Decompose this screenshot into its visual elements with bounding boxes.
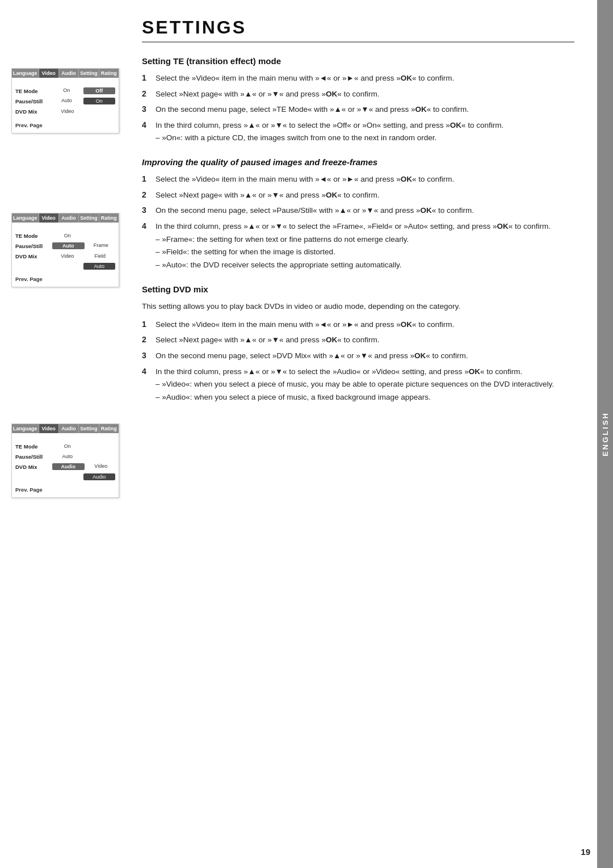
pause-auto-3: Auto (52, 454, 83, 459)
header-audio-2: Audio (59, 213, 79, 223)
dvd-label-2: DVD Mix (15, 253, 52, 259)
te-mode-label-1: TE Mode (15, 88, 52, 94)
section-2-list: 1 Select the »Video« item in the main me… (142, 174, 574, 271)
dvd-video-2: Video (52, 253, 83, 259)
pause-empty-3 (85, 454, 116, 459)
section-3-list: 1 Select the »Video« item in the main me… (142, 319, 574, 403)
dvd-cols-2: Video Field (52, 253, 115, 259)
extra-cols-2: Auto (52, 263, 115, 270)
header-rating-1: Rating (99, 69, 119, 78)
pause-cols-3: Auto (52, 454, 115, 459)
menu-row-extra-3: Audio (12, 472, 119, 482)
menu-body-3: TE Mode On Pause/Still Auto DVD Mix (12, 433, 119, 497)
te-off-1: Off (83, 87, 116, 94)
main-content: SETTINGS Setting TE (transition effect) … (131, 0, 597, 868)
menu-body-1: TE Mode On Off Pause/Still Auto On DVD M… (12, 78, 119, 133)
extra-cols-3: Audio (52, 473, 115, 480)
pause-label-1: Pause/Still (15, 98, 52, 104)
english-label: ENGLISH (601, 412, 610, 456)
extra-auto-2: Auto (83, 263, 116, 270)
pause-auto-1: Auto (52, 98, 81, 104)
extra-empty-2 (52, 263, 81, 270)
menu-row-dvd-3: DVD Mix Audio Video (12, 462, 119, 472)
header-video-1: Video (39, 69, 59, 78)
step-text-1-4: In the third column, press »▲« or »▼« to… (156, 120, 503, 144)
step-num-1-1: 1 (142, 73, 152, 84)
te-mode-label-3: TE Mode (15, 443, 52, 450)
step-text-2-2: Select »Next page« with »▲« or »▼« and p… (156, 190, 379, 201)
pause-cols-1: Auto On (52, 98, 115, 104)
dvd-field-2: Field (85, 253, 116, 259)
step-1-4: 4 In the third column, press »▲« or »▼« … (142, 120, 574, 144)
step-text-2-3: On the second menu page, select »Pause/S… (156, 205, 474, 216)
step-1-3: 3 On the second menu page, select »TE Mo… (142, 104, 574, 115)
menu-header-3: Language Video Audio Setting Rating (12, 424, 119, 433)
step-num-1-4: 4 (142, 120, 152, 144)
step-2-3: 3 On the second menu page, select »Pause… (142, 205, 574, 216)
step-1-2: 2 Select »Next page« with »▲« or »▼« and… (142, 89, 574, 100)
te-empty-3 (85, 443, 116, 449)
step-text-2-4: In the third column, press »▲« or »▼« to… (156, 221, 551, 271)
step-3-1: 1 Select the »Video« item in the main me… (142, 319, 574, 330)
te-on-1: On (52, 87, 81, 94)
step-1-1: 1 Select the »Video« item in the main me… (142, 73, 574, 84)
step-text-2-1: Select the »Video« item in the main menu… (156, 174, 454, 185)
te-empty-2 (85, 233, 116, 238)
menu-footer-3: Prev. Page (12, 484, 119, 495)
menu-row-dvd-2: DVD Mix Video Field (12, 251, 119, 261)
step-text-1-2: Select »Next page« with »▲« or »▼« and p… (156, 89, 379, 100)
page-number: 19 (581, 847, 590, 857)
step-num-3-2: 2 (142, 334, 152, 346)
menu-row-pause-3: Pause/Still Auto (12, 451, 119, 462)
te-mode-label-2: TE Mode (15, 233, 52, 239)
header-rating-3: Rating (99, 424, 119, 433)
dvd-label-1: DVD Mix (15, 108, 52, 115)
te-on-2: On (52, 233, 83, 238)
step-num-1-2: 2 (142, 89, 152, 100)
header-language-3: Language (12, 424, 39, 433)
step-text-3-2: Select »Next page« with »▲« or »▼« and p… (156, 334, 379, 346)
sub-bullet-1-4: – »On«: with a picture CD, the images sw… (156, 133, 503, 144)
dvd-empty-1 (85, 108, 116, 114)
header-video-2: Video (39, 213, 59, 223)
te-cols-2: On (52, 233, 115, 238)
step-2-2: 2 Select »Next page« with »▲« or »▼« and… (142, 190, 574, 201)
extra-audio-sel-3: Audio (83, 473, 116, 480)
menu-panel-2: Language Video Audio Setting Rating TE M… (11, 213, 119, 287)
header-setting-2: Setting (79, 213, 99, 223)
sub-bullet-2-4a: – »Frame«: the setting for when text or … (156, 234, 551, 245)
extra-empty-3 (52, 473, 81, 480)
te-mode-cols-1: On Off (52, 87, 115, 94)
menu-row-dvd-1: DVD Mix Video (12, 106, 119, 116)
step-2-4: 4 In the third column, press »▲« or »▼« … (142, 221, 574, 271)
menu-row-pause-1: Pause/Still Auto On (12, 96, 119, 106)
step-num-2-3: 3 (142, 205, 152, 216)
pause-auto-2: Auto (52, 242, 85, 249)
step-num-2-4: 4 (142, 221, 152, 271)
sub-bullet-2-4b: – »Field«: the setting for when the imag… (156, 247, 551, 258)
step-num-2-1: 1 (142, 174, 152, 185)
pause-label-3: Pause/Still (15, 454, 52, 460)
menu-row-te-1: TE Mode On Off (12, 86, 119, 96)
sub-bullet-3-4b: – »Audio«: when you select a piece of mu… (156, 392, 554, 403)
step-3-4: 4 In the third column, press »▲« or »▼« … (142, 366, 574, 403)
section-3-intro: This setting allows you to play back DVD… (142, 301, 574, 312)
step-text-1-3: On the second menu page, select »TE Mode… (156, 104, 469, 115)
menu-footer-1: Prev. Page (12, 120, 119, 131)
step-text-3-1: Select the »Video« item in the main menu… (156, 319, 454, 330)
section-3: Setting DVD mix This setting allows you … (142, 284, 574, 403)
menu-row-te-2: TE Mode On (12, 230, 119, 241)
step-num-3-1: 1 (142, 319, 152, 330)
header-language-2: Language (12, 213, 39, 223)
step-num-1-3: 3 (142, 104, 152, 115)
right-sidebar: ENGLISH (597, 0, 613, 868)
step-text-3-4: In the third column, press »▲« or »▼« to… (156, 366, 554, 403)
section-1-heading: Setting TE (transition effect) mode (142, 56, 574, 66)
step-text-3-3: On the second menu page, select »DVD Mix… (156, 350, 468, 362)
menu-header-2: Language Video Audio Setting Rating (12, 213, 119, 223)
pause-label-2: Pause/Still (15, 243, 52, 249)
left-panel: Language Video Audio Setting Rating TE M… (0, 0, 131, 868)
step-3-3: 3 On the second menu page, select »DVD M… (142, 350, 574, 362)
dvd-audio-3: Audio (52, 463, 85, 470)
step-text-1-1: Select the »Video« item in the main menu… (156, 73, 454, 84)
